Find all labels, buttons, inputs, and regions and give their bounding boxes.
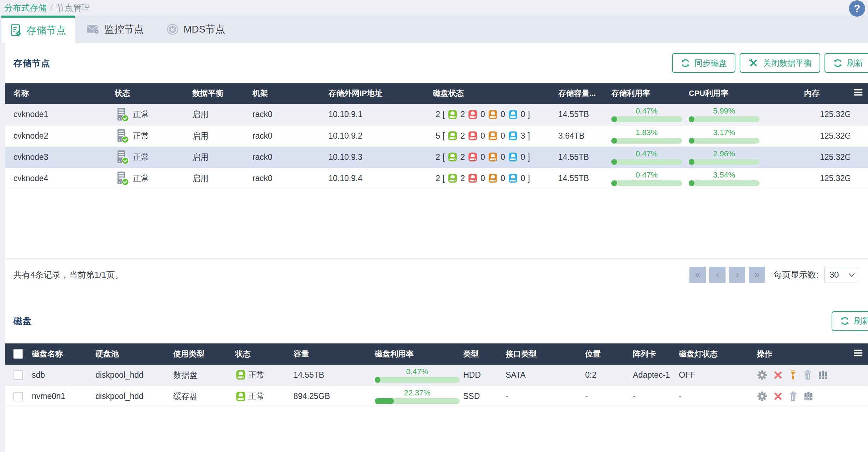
- utilization-percent: 3.17%: [689, 128, 759, 137]
- tab-label: 存储节点: [27, 24, 66, 37]
- column-header: 内存: [804, 83, 850, 104]
- button-label: 同步磁盘: [694, 58, 727, 69]
- cell-disk-status: 2[2000]: [433, 168, 551, 189]
- tab-mds-node[interactable]: MMDS节点: [155, 16, 237, 43]
- sync-button[interactable]: 同步磁盘: [672, 53, 735, 73]
- utilization-meter: 0.47%: [375, 367, 460, 383]
- refresh-button[interactable]: 刷新: [825, 53, 868, 73]
- button-label: 关闭数据平衡: [763, 58, 812, 69]
- settings-icon[interactable]: [757, 391, 768, 402]
- cell-usage-type: 缓存盘: [173, 386, 235, 407]
- disk-section-header: 磁盘 刷新: [5, 291, 868, 334]
- column-settings-icon[interactable]: [854, 349, 864, 357]
- tools-button[interactable]: 关闭数据平衡: [740, 53, 820, 73]
- hdd-icon: [488, 109, 498, 120]
- cell-interface: SATA: [506, 365, 585, 386]
- breadcrumb-current: 节点管理: [56, 2, 90, 13]
- cell-type: SSD: [463, 386, 506, 407]
- delete-icon[interactable]: [773, 391, 783, 401]
- column-header: 机架: [252, 83, 328, 104]
- storage-node-row[interactable]: cvknode1正常启用rack010.10.9.12[2000]14.55TB…: [5, 104, 868, 125]
- utilization-percent: 0.47%: [611, 150, 682, 158]
- hdd-icon: [508, 131, 518, 141]
- trash-icon[interactable]: [803, 370, 812, 380]
- server-icon: [115, 107, 130, 122]
- trash-icon[interactable]: [788, 391, 798, 401]
- disk-count-green: 2: [460, 152, 465, 162]
- hdd-icon: [508, 152, 518, 162]
- disk-count-green: 2: [460, 174, 465, 183]
- cell-disk-status: 5[2003]: [433, 125, 551, 146]
- utilization-meter: 3.54%: [689, 171, 759, 186]
- column-header: 接口类型: [506, 343, 585, 365]
- disk-count-green: 2: [460, 110, 465, 119]
- progress-track: [689, 180, 759, 186]
- progress-track: [611, 159, 682, 165]
- disk-total: 2: [436, 152, 440, 162]
- disk-table-header-row: 磁盘名称硬盘池使用类型状态容量磁盘利用率类型接口类型位置阵列卡磁盘灯状态操作: [5, 343, 868, 365]
- disk-count-red: 0: [480, 131, 485, 141]
- select-all-checkbox-cell: [5, 343, 32, 365]
- next-page-button[interactable]: ›: [729, 267, 745, 283]
- utilization-meter: 1.83%: [611, 128, 682, 144]
- utilization-meter: 0.47%: [611, 150, 682, 165]
- progress-fill: [689, 159, 694, 165]
- cell-status: 正常: [235, 386, 293, 407]
- tools-icon: [748, 58, 759, 68]
- column-header: 状态: [235, 343, 293, 365]
- cell-capacity: 3.64TB: [551, 125, 604, 146]
- hdd-icon: [488, 131, 498, 141]
- utilization-percent: 22.37%: [375, 389, 460, 397]
- cell-led-status: OFF: [679, 365, 757, 386]
- cell-rack: rack0: [252, 104, 328, 125]
- select-all-checkbox[interactable]: [13, 349, 23, 359]
- disk-total: 2: [436, 174, 440, 183]
- column-settings-icon[interactable]: [854, 88, 864, 97]
- tab-storage-node[interactable]: 存储节点: [1, 16, 75, 43]
- hdd-icon: [447, 152, 458, 162]
- disk-row[interactable]: sdbdiskpool_hdd数据盘正常14.55TB0.47%HDDSATA0…: [5, 365, 868, 386]
- cell-cpu-util: 5.99%: [684, 104, 804, 125]
- tab-bar: 存储节点监控节点MMDS节点: [0, 16, 868, 43]
- row-checkbox[interactable]: [13, 370, 23, 380]
- breadcrumb-root[interactable]: 分布式存储: [4, 2, 47, 13]
- disk-total: 2: [436, 110, 440, 119]
- delete-icon[interactable]: [773, 370, 783, 380]
- row-checkbox[interactable]: [13, 392, 23, 401]
- column-header: 类型: [463, 343, 506, 365]
- cell-balance: 启用: [192, 146, 252, 168]
- disk-count-orange: 0: [501, 131, 505, 141]
- content-panel: 存储节点 同步磁盘关闭数据平衡刷新 名称状态数据平衡机架存储外网IP地址磁盘状态…: [5, 43, 868, 452]
- disk-toolbar: 刷新: [832, 311, 868, 331]
- rack-icon[interactable]: [803, 391, 814, 401]
- tab-label: MDS节点: [183, 23, 225, 36]
- storage-node-row[interactable]: cvknode2正常启用rack010.10.9.25[2003]3.64TB1…: [5, 125, 868, 146]
- disk-row[interactable]: nvme0n1diskpool_hdd缓存盘正常894.25GB22.37%SS…: [5, 386, 868, 407]
- cell-menu: [850, 104, 868, 125]
- utilization-meter: 2.96%: [689, 150, 759, 165]
- flashlight-icon[interactable]: [788, 370, 798, 380]
- cell-name: cvknode3: [5, 146, 115, 168]
- mds-node-icon: M: [167, 23, 179, 35]
- column-header: 状态: [115, 83, 192, 104]
- help-icon[interactable]: ?: [849, 0, 865, 17]
- prev-page-button[interactable]: ‹: [709, 267, 726, 283]
- progress-fill: [375, 398, 394, 404]
- utilization-percent: 0.47%: [611, 171, 682, 179]
- storage-node-row[interactable]: cvknode3正常启用rack010.10.9.32[2000]14.55TB…: [5, 146, 868, 168]
- cell-name: cvknode2: [5, 125, 115, 146]
- hdd-icon: [508, 109, 518, 120]
- tab-monitor-node[interactable]: 监控节点: [75, 16, 155, 43]
- last-page-button[interactable]: »: [749, 267, 765, 283]
- disk-count-orange: 0: [501, 152, 505, 162]
- progress-track: [689, 116, 759, 122]
- column-header: 名称: [5, 83, 115, 104]
- button-label: 刷新: [847, 58, 863, 69]
- refresh-button[interactable]: 刷新: [832, 311, 868, 331]
- first-page-button[interactable]: «: [689, 267, 706, 283]
- page-size-select[interactable]: 30: [824, 267, 858, 283]
- storage-node-row[interactable]: cvknode4正常启用rack010.10.9.42[2000]14.55TB…: [5, 168, 868, 189]
- breadcrumb: 分布式存储 / 节点管理 ?: [0, 0, 868, 16]
- rack-icon[interactable]: [818, 370, 828, 380]
- settings-icon[interactable]: [757, 370, 768, 381]
